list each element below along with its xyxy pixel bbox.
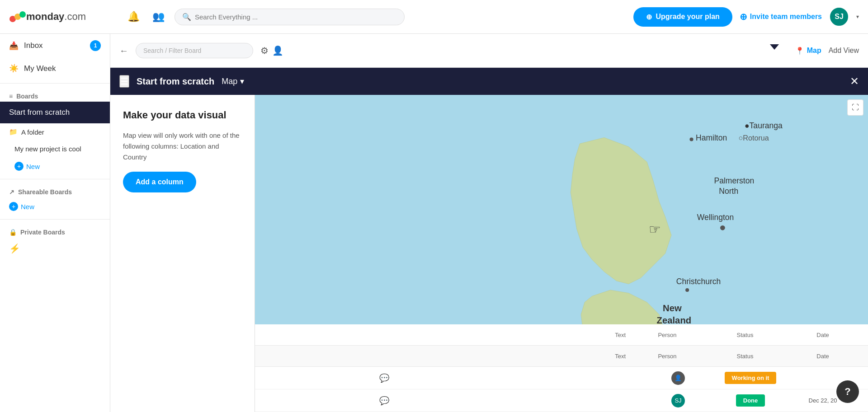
menu-button[interactable]: ☰ <box>119 75 129 88</box>
sidebar-section-private[interactable]: 🔒 Private Boards <box>0 223 110 238</box>
new-label: New <box>26 163 40 170</box>
folder-icon: 📁 <box>9 128 18 136</box>
logo-icon <box>9 8 26 25</box>
sidebar-new-button[interactable]: + New <box>0 157 110 175</box>
app-name: monday.com <box>26 11 86 23</box>
fullscreen-button[interactable]: ⛶ <box>847 99 863 116</box>
sidebar-inbox-label: Inbox <box>24 41 43 50</box>
help-button[interactable]: ? <box>836 380 859 403</box>
row1-person-cell[interactable]: SJ <box>642 394 714 407</box>
info-panel-description: Map view will only work with one of the … <box>123 130 242 163</box>
info-panel: Make your data visual Map view will only… <box>110 95 255 412</box>
filter-search-placeholder: Search / Filter Board <box>143 47 201 54</box>
lightning-button[interactable]: ⚡ <box>0 238 110 259</box>
active-view-label[interactable]: 📍 Map <box>795 47 821 55</box>
svg-point-12 <box>720 225 725 230</box>
svg-point-2 <box>19 11 26 18</box>
svg-text:North: North <box>719 187 738 196</box>
notifications-button[interactable]: 🔔 <box>125 8 142 25</box>
row1-status-badge[interactable]: Done <box>736 394 765 407</box>
myweek-icon: ☀️ <box>9 64 19 73</box>
share-icon: ↗ <box>9 188 14 196</box>
inbox-icon: 📥 <box>9 41 19 51</box>
sidebar-myweek-label: My Week <box>24 64 56 73</box>
upgrade-icon: ⊕ <box>646 13 652 21</box>
filter-options-button[interactable]: ⚙ <box>260 45 269 56</box>
new-plus-icon: + <box>14 162 24 171</box>
private-label: Private Boards <box>20 229 65 236</box>
svg-text:New: New <box>663 303 682 313</box>
avatar[interactable]: SJ <box>829 7 849 27</box>
logo[interactable]: monday.com <box>9 8 118 25</box>
add-view-button[interactable]: Add View <box>829 47 859 55</box>
main-content: ← Search / Filter Board ⚙ 👤 📍 Map Add Vi… <box>110 34 868 412</box>
row2-status-badge[interactable]: Working on it <box>725 372 777 384</box>
sidebar-folder[interactable]: 📁 A folder <box>0 123 110 140</box>
group2-col-text: Text <box>615 353 626 360</box>
row1-status-cell[interactable]: Done <box>714 394 787 407</box>
svg-text:Christchurch: Christchurch <box>676 277 721 286</box>
group1-col-person: Person <box>631 332 703 338</box>
close-view-button[interactable]: ✕ <box>850 75 859 88</box>
person-avatar-sj[interactable]: SJ <box>671 394 685 407</box>
map-pin-icon: 📍 <box>795 47 804 55</box>
upgrade-label: Upgrade your plan <box>656 13 719 21</box>
shareable-new-icon: + <box>9 202 18 211</box>
row2-comment-cell: 💬 <box>375 373 393 383</box>
group1-col-status: Status <box>709 332 781 338</box>
back-button[interactable]: ← <box>119 46 128 56</box>
sidebar-item-inbox[interactable]: 📥 Inbox 1 <box>0 34 110 57</box>
team-button[interactable]: 👥 <box>150 8 167 25</box>
svg-point-16 <box>685 288 689 292</box>
svg-text:Wellington: Wellington <box>697 213 734 222</box>
project-label: My new project is cool <box>14 145 81 153</box>
person-avatar[interactable]: 👤 <box>671 371 685 385</box>
svg-text:○Rotorua: ○Rotorua <box>738 134 769 142</box>
filter-icons: ⚙ 👤 <box>260 45 283 56</box>
upgrade-button[interactable]: ⊕ Upgrade your plan <box>633 7 732 27</box>
group2-col-date: Date <box>787 353 859 360</box>
shareable-label: Shareable Boards <box>18 188 72 196</box>
nav-icons: 🔔 👥 <box>125 8 167 25</box>
comment-icon[interactable]: 💬 <box>379 396 389 406</box>
lock-icon: 🔒 <box>9 229 17 236</box>
view-title: Start from scratch <box>137 76 214 87</box>
invite-button[interactable]: ⊕ Invite team members <box>740 11 822 22</box>
filter-search-bar[interactable]: Search / Filter Board <box>136 43 253 58</box>
row2-person-cell[interactable]: 👤 <box>642 371 714 385</box>
view-name: Map <box>807 47 821 55</box>
search-input[interactable] <box>195 13 397 21</box>
top-navigation: monday.com 🔔 👥 🔍 ⊕ Upgrade your plan ⊕ I… <box>0 0 868 34</box>
sidebar-item-start-from-scratch[interactable]: Start from scratch <box>0 102 110 123</box>
dropdown-chevron-icon: ▾ <box>240 76 244 86</box>
add-column-button[interactable]: Add a column <box>123 172 196 192</box>
shareable-new-button[interactable]: + New <box>0 197 110 215</box>
boards-label: Boards <box>16 93 38 100</box>
group1-col-text: Text <box>615 332 626 338</box>
map-overlay-panel: ☰ Start from scratch Map ▾ ✕ Make your d… <box>110 68 868 412</box>
svg-text:Hamilton: Hamilton <box>696 133 727 142</box>
group2-col-person: Person <box>631 353 703 360</box>
invite-icon: ⊕ <box>740 11 747 22</box>
group1-col-date: Date <box>787 332 859 338</box>
row2-status-cell[interactable]: Working on it <box>714 372 787 384</box>
boards-menu-icon: ≡ <box>9 93 13 100</box>
sidebar-section-shareable[interactable]: ↗ Shareable Boards <box>0 183 110 197</box>
group2-col-status: Status <box>709 353 781 360</box>
svg-point-6 <box>690 138 693 141</box>
sidebar-section-boards[interactable]: ≡ Boards <box>0 87 110 102</box>
search-icon: 🔍 <box>182 13 191 21</box>
view-type-dropdown[interactable]: Map ▾ <box>222 76 244 86</box>
shareable-new-label: New <box>21 203 34 211</box>
invite-label: Invite team members <box>750 13 822 21</box>
folder-label: A folder <box>21 128 44 136</box>
sidebar: 📥 Inbox 1 ☀️ My Week ≡ Boards Start from… <box>0 34 110 412</box>
svg-text:Palmerston: Palmerston <box>714 176 755 185</box>
avatar-caret-icon[interactable]: ▾ <box>856 14 859 20</box>
search-bar[interactable]: 🔍 <box>175 9 405 25</box>
map-indicator-triangle <box>770 44 779 50</box>
sidebar-item-project[interactable]: My new project is cool <box>0 140 110 157</box>
sidebar-item-myweek[interactable]: ☀️ My Week <box>0 57 110 80</box>
filter-person-button[interactable]: 👤 <box>272 45 283 56</box>
comment-icon[interactable]: 💬 <box>379 373 389 383</box>
